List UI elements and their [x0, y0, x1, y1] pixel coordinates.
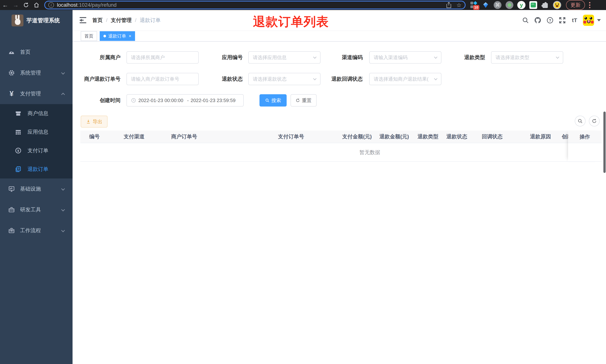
extension-recorder-icon[interactable]	[505, 1, 514, 9]
chrome-menu-kebab-icon[interactable]	[588, 1, 592, 9]
tab-refund-order[interactable]: 退款订单 ×	[100, 31, 135, 41]
refund-status-select[interactable]: 请选择退款状态	[248, 73, 320, 85]
toolbox-icon	[8, 206, 15, 213]
empty-data-text: 暂无数据	[359, 143, 380, 162]
notify-status-select[interactable]: 请选择通知商户退款结果(	[369, 73, 441, 85]
refresh-icon	[296, 98, 300, 103]
column-header: 创建时间	[557, 133, 568, 140]
page-content: 所属商户 应用编号 请选择应用信息 渠道编码 请输入渠道编码 退款类型 请选择退…	[73, 42, 606, 364]
yen-circle-icon: ¥	[14, 147, 22, 154]
yen-icon: ¥	[8, 90, 15, 97]
owner-merchant-input[interactable]	[127, 51, 199, 64]
browser-reload-icon[interactable]	[21, 0, 31, 10]
pay-submenu: 商户信息 应用信息 ¥ 支付订单	[0, 104, 73, 179]
date-range-end: 2022-01-23 23:59:59	[191, 98, 237, 103]
reset-button[interactable]: 重置	[290, 94, 316, 106]
logo-rabbit-avatar	[12, 14, 24, 26]
chrome-update-button[interactable]: 更新	[566, 0, 585, 10]
breadcrumb-home[interactable]: 首页	[92, 17, 103, 24]
dashboard-icon	[8, 48, 15, 56]
sidebar-item-infra[interactable]: 基础设施	[0, 179, 73, 199]
sidebar-item-system[interactable]: 系统管理	[0, 63, 73, 83]
refresh-icon	[592, 118, 597, 124]
filter-label-refund-status: 退款状态	[203, 73, 243, 85]
chevron-down-icon	[313, 55, 316, 59]
user-avatar[interactable]	[583, 15, 594, 26]
sidebar-item-label: 首页	[20, 49, 30, 56]
green-dot-icon	[506, 1, 513, 9]
column-header: 退款金额(元)	[375, 133, 413, 140]
url-bar[interactable]: i localhost:1024/pay/refund ☆	[44, 1, 466, 9]
owner-merchant-field[interactable]	[131, 55, 194, 60]
refund-type-select[interactable]: 请选择退款类型	[491, 51, 563, 64]
filter-label-owner-merchant: 所属商户	[73, 51, 120, 64]
sidebar-item-label: 支付管理	[20, 90, 41, 97]
sidebar-item-home[interactable]: 首页	[0, 42, 73, 63]
help-icon[interactable]: ?	[544, 10, 556, 31]
extension-command-icon[interactable]: ⌘	[493, 1, 502, 9]
sidebar-item-pay-order[interactable]: ¥ 支付订单	[0, 141, 73, 160]
briefcase-icon	[8, 227, 15, 234]
fullscreen-icon[interactable]	[556, 10, 568, 31]
column-header: 退款原因	[525, 133, 557, 140]
filter-label-refund-type: 退款类型	[445, 51, 485, 64]
merchant-refund-no-field[interactable]	[131, 76, 194, 82]
sidebar-item-label: 商户信息	[27, 110, 48, 117]
extension-y-icon[interactable]: y	[517, 1, 526, 9]
green-chat-icon	[529, 1, 537, 9]
breadcrumb-pay[interactable]: 支付管理	[111, 17, 132, 24]
refresh-table-button[interactable]	[589, 116, 600, 126]
sidebar-item-label: 支付订单	[27, 147, 48, 154]
chevron-down-icon	[61, 208, 65, 211]
extension-gem-icon[interactable]	[482, 1, 490, 9]
page-scrollbar-thumb[interactable]	[603, 112, 606, 173]
create-time-range-picker[interactable]: 2022-01-23 00:00:00 - 2022-01-23 23:59:5…	[127, 94, 244, 106]
tab-home[interactable]: 首页	[81, 31, 97, 41]
sidebar-item-label: 工作流程	[20, 227, 41, 234]
extension-emoji-icon[interactable]	[553, 1, 561, 9]
site-info-icon[interactable]: i	[48, 2, 54, 8]
sidebar-logo[interactable]: 芋道管理系统	[0, 10, 73, 31]
merchant-refund-no-input[interactable]	[127, 73, 199, 85]
puzzle-icon	[542, 2, 549, 8]
sidebar-item-merchant-info[interactable]: 商户信息	[0, 104, 73, 123]
url-text[interactable]: localhost:1024/pay/refund	[57, 2, 441, 8]
sidebar-item-devtools[interactable]: 研发工具	[0, 199, 73, 220]
channel-code-select[interactable]: 请输入渠道编码	[369, 51, 441, 64]
extensions-puzzle-icon[interactable]	[541, 1, 549, 9]
svg-text:¥: ¥	[17, 149, 19, 153]
show-search-toggle-button[interactable]	[575, 116, 586, 126]
column-header: 编号	[84, 133, 119, 140]
extension-tabs-manager-icon[interactable]: 10	[470, 1, 478, 9]
refund-table: 编号 支付渠道 商户订单号 支付订单号 支付金额(元) 退款金额(元) 退款类型…	[80, 130, 602, 162]
browser-forward-icon[interactable]: →	[10, 0, 21, 10]
filter-label-create-time: 创建时间	[73, 94, 120, 106]
chevron-down-icon	[61, 228, 65, 232]
export-button[interactable]: 导出	[81, 116, 107, 128]
grid-table-icon	[14, 128, 22, 136]
browser-back-icon[interactable]: ←	[0, 0, 10, 10]
browser-home-icon[interactable]	[31, 0, 42, 10]
font-size-icon[interactable]: tT	[568, 10, 581, 31]
table-header-row: 编号 支付渠道 商户订单号 支付订单号 支付金额(元) 退款金额(元) 退款类型…	[80, 130, 568, 143]
sidebar-item-pay[interactable]: ¥ 支付管理	[0, 83, 73, 104]
extension-chat-icon[interactable]	[529, 1, 537, 9]
filter-label-merchant-refund-no: 商户退款订单号	[73, 73, 120, 85]
fixed-column-empty-cell	[568, 143, 602, 162]
sidebar-menu: 首页 系统管理 ¥ 支付管理 商户信息	[0, 42, 73, 241]
sidebar-item-app-info[interactable]: 应用信息	[0, 123, 73, 141]
bookmark-star-icon[interactable]: ☆	[456, 2, 461, 8]
tab-close-icon[interactable]: ×	[129, 34, 131, 38]
sidebar-item-refund-order[interactable]: 退款订单	[0, 160, 73, 179]
topbar: 首页 / 支付管理 / 退款订单 退款订单列表 ?	[73, 10, 606, 31]
sidebar-collapse-icon[interactable]	[79, 16, 87, 24]
sidebar-item-label: 应用信息	[27, 129, 48, 136]
app-no-select[interactable]: 请选择应用信息	[248, 51, 320, 64]
avatar-caret-down-icon[interactable]	[597, 19, 601, 21]
header-search-icon[interactable]	[519, 10, 532, 31]
tab-label: 首页	[84, 33, 93, 39]
github-icon[interactable]	[532, 10, 544, 31]
share-icon[interactable]	[446, 2, 452, 8]
search-button[interactable]: 搜索	[260, 94, 287, 106]
sidebar-item-workflow[interactable]: 工作流程	[0, 220, 73, 241]
